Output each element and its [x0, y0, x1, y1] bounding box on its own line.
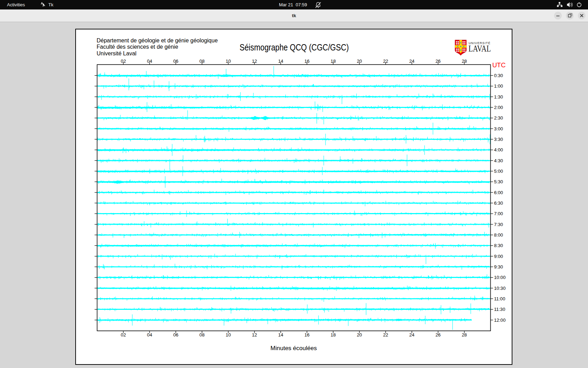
svg-text:3:30: 3:30: [494, 137, 503, 142]
svg-text:10:00: 10:00: [494, 275, 506, 280]
svg-text:2:00: 2:00: [494, 105, 503, 110]
svg-text:26: 26: [435, 59, 441, 64]
svg-text:9:30: 9:30: [494, 264, 503, 270]
svg-text:08: 08: [200, 332, 205, 338]
svg-text:16: 16: [304, 59, 310, 64]
svg-text:06: 06: [173, 59, 178, 64]
svg-text:10: 10: [226, 332, 231, 338]
svg-text:4:00: 4:00: [494, 147, 503, 152]
svg-text:1:30: 1:30: [494, 94, 503, 100]
svg-text:11:00: 11:00: [494, 296, 505, 301]
svg-text:10: 10: [226, 59, 231, 64]
svg-text:5:00: 5:00: [494, 169, 503, 174]
svg-text:5:30: 5:30: [494, 179, 503, 184]
svg-text:26: 26: [435, 332, 441, 338]
svg-text:12:00: 12:00: [494, 318, 506, 323]
svg-text:LAVAL: LAVAL: [469, 44, 491, 53]
svg-text:18: 18: [331, 332, 336, 338]
svg-text:14: 14: [278, 332, 284, 338]
svg-text:28: 28: [462, 332, 467, 338]
svg-text:16: 16: [304, 332, 310, 338]
svg-text:20: 20: [357, 332, 362, 338]
svg-text:4:30: 4:30: [494, 158, 503, 163]
svg-text:02: 02: [121, 332, 126, 338]
svg-text:08: 08: [200, 59, 205, 64]
svg-text:11:30: 11:30: [494, 307, 505, 312]
svg-text:2:30: 2:30: [494, 115, 503, 121]
svg-text:8:00: 8:00: [494, 232, 503, 238]
svg-text:3:00: 3:00: [494, 126, 503, 131]
svg-text:Université Laval: Université Laval: [97, 50, 136, 56]
svg-text:14: 14: [278, 59, 284, 64]
svg-text:6:30: 6:30: [494, 200, 503, 206]
svg-text:6:00: 6:00: [494, 190, 503, 195]
svg-text:7:00: 7:00: [494, 211, 503, 216]
svg-text:18: 18: [331, 59, 336, 64]
svg-text:12: 12: [252, 59, 257, 64]
svg-text:24: 24: [409, 59, 414, 64]
svg-text:0:30: 0:30: [494, 73, 503, 78]
svg-text:20: 20: [357, 59, 362, 64]
svg-text:12: 12: [252, 332, 257, 338]
svg-text:22: 22: [383, 332, 388, 338]
svg-text:24: 24: [409, 332, 414, 338]
svg-text:8:30: 8:30: [494, 243, 503, 248]
svg-text:7:30: 7:30: [494, 222, 503, 227]
svg-text:28: 28: [462, 59, 467, 64]
svg-text:UTC: UTC: [492, 61, 506, 69]
svg-text:Département de géologie et de: Département de géologie et de génie géol…: [97, 38, 218, 43]
svg-text:22: 22: [383, 59, 388, 64]
svg-text:04: 04: [147, 332, 152, 338]
svg-text:Minutes écoulées: Minutes écoulées: [271, 345, 317, 352]
svg-text:10:30: 10:30: [494, 286, 506, 291]
svg-text:9:00: 9:00: [494, 254, 503, 259]
svg-text:06: 06: [173, 332, 178, 338]
svg-text:Séismographe QCQ (CGC/GSC): Séismographe QCQ (CGC/GSC): [240, 42, 349, 52]
svg-text:02: 02: [121, 59, 126, 64]
svg-text:Faculté des sciences et de gén: Faculté des sciences et de génie: [97, 44, 178, 50]
svg-text:04: 04: [147, 59, 152, 64]
svg-text:1:00: 1:00: [494, 83, 503, 89]
